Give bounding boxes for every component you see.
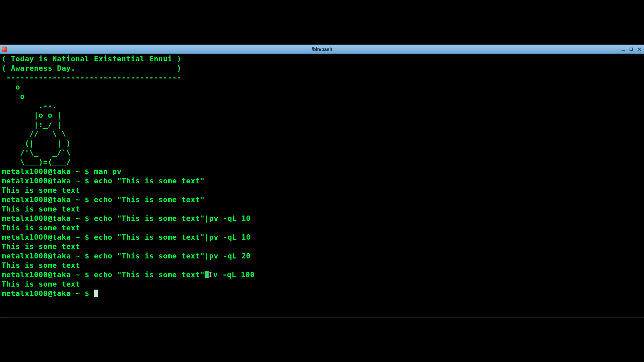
motd-line: (| | ) — [2, 139, 642, 148]
minimize-icon[interactable] — [621, 47, 626, 52]
cursor — [94, 290, 98, 297]
prompt-path: ~ — [75, 289, 80, 298]
motd-line: -------------------------------------- — [2, 73, 642, 82]
motd-line: |:_/ | — [2, 120, 642, 129]
motd-line: ( Today is National Existential Ennui ) — [2, 54, 642, 64]
motd-line: .--. — [2, 101, 642, 111]
prompt-user-host: metalx1000@taka — [2, 177, 71, 185]
app-icon — [2, 47, 7, 52]
prompt-user-host: metalx1000@taka — [2, 214, 71, 223]
prompt-path: ~ — [75, 167, 80, 176]
command-text: echo "This is some text"|pv -qL 10 — [94, 233, 251, 241]
command-text: man pv — [94, 167, 121, 176]
command-text: echo "This is some text"|pv -qL 10 — [94, 214, 251, 223]
history-line: metalx1000@taka ~ $ echo "This is some t… — [2, 251, 642, 261]
motd-line: ( Awareness Day. ) — [2, 64, 642, 73]
prompt-user-host: metalx1000@taka — [2, 233, 71, 241]
motd-line: \___)=(___/ — [2, 158, 642, 167]
prompt-symbol: $ — [85, 270, 89, 279]
output-line: This is some text — [2, 280, 642, 289]
letterbox-bottom — [0, 317, 644, 362]
history-line: metalx1000@taka ~ $ echo "This is some t… — [2, 176, 642, 186]
history-line: metalx1000@taka ~ $ echo "This is some t… — [2, 233, 642, 242]
prompt-user-host: metalx1000@taka — [2, 195, 71, 204]
active-command-after: v -qL 100 — [213, 270, 255, 279]
prompt-path: ~ — [75, 214, 80, 223]
prompt-user-host: metalx1000@taka — [2, 289, 71, 298]
terminal-window: /bin/bash ( Today is National Existentia… — [0, 45, 644, 317]
prompt-path: ~ — [75, 270, 80, 279]
history-line: metalx1000@taka ~ $ echo "This is some t… — [2, 214, 642, 223]
window-title: /bin/bash — [312, 47, 332, 52]
prompt-path: ~ — [75, 233, 80, 241]
motd-line: o — [2, 92, 642, 101]
terminal-body[interactable]: ( Today is National Existential Ennui )(… — [0, 54, 644, 317]
titlebar[interactable]: /bin/bash — [0, 45, 644, 54]
prompt-symbol: $ — [85, 289, 89, 298]
prompt-symbol: $ — [85, 177, 89, 185]
prompt-symbol: $ — [85, 252, 89, 260]
history-line: metalx1000@taka ~ $ man pv — [2, 167, 642, 176]
output-line: This is some text — [2, 204, 642, 214]
active-command-before: echo "This is some text" — [94, 270, 205, 279]
command-text: echo "This is some text" — [94, 195, 205, 204]
prompt-symbol: $ — [85, 195, 89, 204]
motd-line: /'\_ _/`\ — [2, 148, 642, 158]
output-line: This is some text — [2, 186, 642, 195]
mouse-ibeam-icon: I — [209, 270, 213, 279]
command-text: echo "This is some text"|pv -qL 20 — [94, 252, 251, 260]
motd-line: |o_o | — [2, 111, 642, 120]
motd-line: o — [2, 82, 642, 92]
prompt-path: ~ — [75, 177, 80, 185]
prompt-symbol: $ — [85, 167, 89, 176]
edit-cursor — [205, 271, 209, 278]
command-text: echo "This is some text" — [94, 177, 205, 185]
prompt-path: ~ — [75, 252, 80, 260]
output-line: This is some text — [2, 223, 642, 233]
close-icon[interactable] — [637, 47, 642, 52]
prompt-symbol: $ — [85, 214, 89, 223]
output-line: This is some text — [2, 261, 642, 270]
prompt-line: metalx1000@taka ~ $ — [2, 289, 642, 298]
prompt-symbol: $ — [85, 233, 89, 241]
active-command-line: metalx1000@taka ~ $ echo "This is some t… — [2, 270, 642, 280]
prompt-path: ~ — [75, 195, 80, 204]
prompt-user-host: metalx1000@taka — [2, 167, 71, 176]
maximize-icon[interactable] — [629, 47, 634, 52]
prompt-user-host: metalx1000@taka — [2, 252, 71, 260]
letterbox-top — [0, 0, 644, 45]
history-line: metalx1000@taka ~ $ echo "This is some t… — [2, 195, 642, 204]
output-line: This is some text — [2, 242, 642, 251]
motd-line: // \ \ — [2, 129, 642, 139]
prompt-user-host: metalx1000@taka — [2, 270, 71, 279]
